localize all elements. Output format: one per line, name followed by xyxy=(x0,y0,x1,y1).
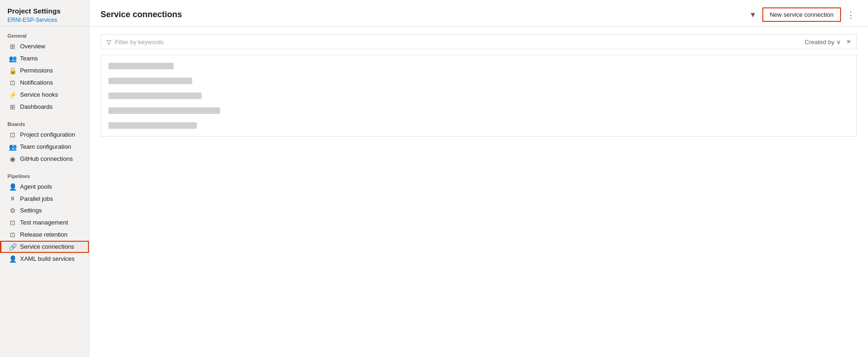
settings-icon: ⚙ xyxy=(9,207,16,214)
sidebar-item-test-management[interactable]: ⊡ Test management xyxy=(0,217,89,229)
release-retention-icon: ⊡ xyxy=(9,231,16,238)
sidebar-item-overview[interactable]: ⊞ Overview xyxy=(0,40,89,53)
skeleton-item xyxy=(108,122,197,129)
more-options-button[interactable]: ⋮ xyxy=(845,8,857,22)
filter-right: Created by ∨ × xyxy=(805,38,851,46)
filter-placeholder[interactable]: Filter by keywords xyxy=(115,39,164,46)
more-options-icon: ⋮ xyxy=(847,10,855,20)
filter-icon: ▼ xyxy=(749,11,757,19)
dashboards-icon: ⊞ xyxy=(9,103,16,111)
project-name: ERNI-ESP-Services xyxy=(7,17,81,23)
sidebar-item-settings[interactable]: ⚙ Settings xyxy=(0,205,89,217)
parallel-jobs-icon: II xyxy=(9,196,16,201)
page-title: Service connections xyxy=(101,10,182,20)
sidebar-item-label: Permissions xyxy=(20,67,53,74)
skeleton-item xyxy=(108,63,174,69)
sidebar-item-project-configuration[interactable]: ⊡ Project configuration xyxy=(0,129,89,141)
sidebar-item-label: Teams xyxy=(20,55,38,62)
sidebar-item-teams[interactable]: 👥 Teams xyxy=(0,53,89,65)
sidebar-item-label: Overview xyxy=(20,43,45,50)
pipelines-section: Pipelines 👤 Agent pools II Parallel jobs… xyxy=(0,167,89,267)
boards-section-label: Boards xyxy=(0,119,89,129)
sidebar-item-team-configuration[interactable]: 👥 Team configuration xyxy=(0,141,89,153)
sidebar-item-label: Parallel jobs xyxy=(20,195,53,202)
service-hooks-icon: ⚡ xyxy=(9,91,16,99)
project-config-icon: ⊡ xyxy=(9,131,16,139)
sidebar-item-label: Service connections xyxy=(20,243,74,250)
sidebar: Project Settings ERNI-ESP-Services Gener… xyxy=(0,0,89,357)
filter-icon-button[interactable]: ▼ xyxy=(747,9,759,21)
sidebar-item-label: Dashboards xyxy=(20,103,53,110)
filter-left: ▽ Filter by keywords xyxy=(107,39,164,46)
sidebar-item-label: Service hooks xyxy=(20,91,58,98)
teams-icon: 👥 xyxy=(9,55,16,62)
service-connections-list xyxy=(101,55,857,137)
sidebar-item-service-hooks[interactable]: ⚡ Service hooks xyxy=(0,89,89,101)
header-actions: ▼ New service connection ⋮ xyxy=(747,7,857,22)
general-section: General ⊞ Overview 👥 Teams 🔒 Permissions… xyxy=(0,26,89,115)
service-connections-icon: 🔗 xyxy=(9,243,16,251)
xaml-build-icon: 👤 xyxy=(9,255,16,263)
github-icon: ◉ xyxy=(9,155,16,163)
sidebar-item-label: Release retention xyxy=(20,231,67,238)
sidebar-header: Project Settings ERNI-ESP-Services xyxy=(0,0,89,26)
agent-pools-icon: 👤 xyxy=(9,183,16,191)
new-service-connection-button[interactable]: New service connection xyxy=(762,7,841,22)
skeleton-item xyxy=(108,107,220,114)
sidebar-item-label: Settings xyxy=(20,207,42,214)
boards-section: Boards ⊡ Project configuration 👥 Team co… xyxy=(0,115,89,167)
project-settings-title: Project Settings xyxy=(7,7,81,16)
main-content: Service connections ▼ New service connec… xyxy=(89,0,868,357)
skeleton-item xyxy=(108,78,192,84)
content-area: ▽ Filter by keywords Created by ∨ × xyxy=(89,27,868,357)
sidebar-item-label: XAML build services xyxy=(20,255,74,262)
main-header: Service connections ▼ New service connec… xyxy=(89,0,868,27)
test-management-icon: ⊡ xyxy=(9,219,16,226)
sidebar-item-dashboards[interactable]: ⊞ Dashboards xyxy=(0,101,89,113)
sidebar-item-label: GitHub connections xyxy=(20,155,73,162)
chevron-down-icon[interactable]: ∨ xyxy=(836,39,841,46)
pipelines-section-label: Pipelines xyxy=(0,172,89,181)
sidebar-item-label: Project configuration xyxy=(20,131,75,138)
notifications-icon: ⊡ xyxy=(9,79,16,86)
sidebar-item-label: Notifications xyxy=(20,79,53,86)
sidebar-item-parallel-jobs[interactable]: II Parallel jobs xyxy=(0,193,89,205)
sidebar-item-xaml-build-services[interactable]: 👤 XAML build services xyxy=(0,253,89,265)
sidebar-item-label: Team configuration xyxy=(20,143,71,150)
sidebar-item-label: Agent pools xyxy=(20,183,52,190)
created-by-label: Created by xyxy=(805,39,834,46)
sidebar-item-agent-pools[interactable]: 👤 Agent pools xyxy=(0,181,89,193)
skeleton-item xyxy=(108,93,202,99)
sidebar-item-permissions[interactable]: 🔒 Permissions xyxy=(0,65,89,77)
lock-icon: 🔒 xyxy=(9,67,16,74)
sidebar-item-release-retention[interactable]: ⊡ Release retention xyxy=(0,229,89,241)
team-config-icon: 👥 xyxy=(9,143,16,151)
sidebar-item-service-connections[interactable]: 🔗 Service connections xyxy=(0,241,89,253)
filter-bar: ▽ Filter by keywords Created by ∨ × xyxy=(101,34,857,49)
sidebar-item-github-connections[interactable]: ◉ GitHub connections xyxy=(0,153,89,165)
general-section-label: General xyxy=(0,31,89,40)
filter-funnel-icon: ▽ xyxy=(107,39,111,46)
sidebar-item-label: Test management xyxy=(20,219,68,226)
overview-icon: ⊞ xyxy=(9,43,16,50)
sidebar-item-notifications[interactable]: ⊡ Notifications xyxy=(0,77,89,89)
close-filter-button[interactable]: × xyxy=(847,38,851,46)
